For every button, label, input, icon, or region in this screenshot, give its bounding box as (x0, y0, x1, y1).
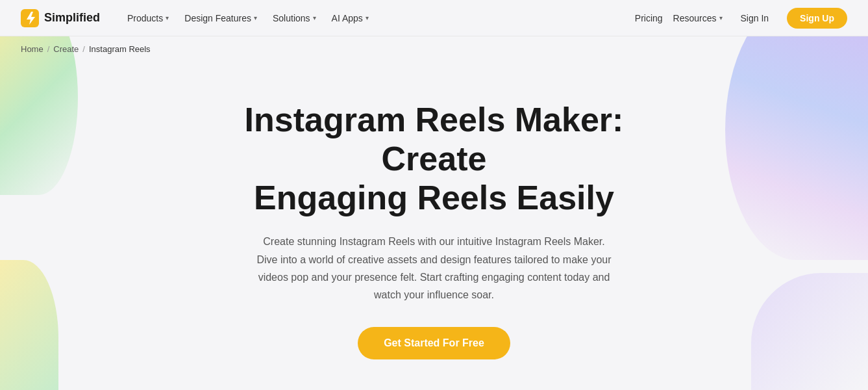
nav-label-ai-apps: AI Apps (332, 13, 363, 23)
hero-title-line1: Instagram Reels Maker: Create (245, 101, 624, 177)
navbar-right: Pricing Resources ▾ Sign In Sign Up (635, 8, 847, 29)
navbar: Simplified Products ▾ Design Features ▾ … (0, 0, 868, 36)
nav-item-design-features[interactable]: Design Features ▾ (178, 9, 264, 27)
signin-button[interactable]: Sign In (733, 9, 777, 27)
cta-button[interactable]: Get Started For Free (358, 327, 510, 359)
navbar-left: Simplified Products ▾ Design Features ▾ … (21, 9, 375, 27)
chevron-down-icon: ▾ (254, 14, 257, 21)
nav-item-pricing[interactable]: Pricing (635, 13, 663, 23)
hero-section: Instagram Reels Maker: Create Engaging R… (0, 62, 868, 385)
signup-button[interactable]: Sign Up (787, 8, 847, 29)
breadcrumb-create[interactable]: Create (53, 44, 79, 54)
nav-label-solutions: Solutions (273, 13, 310, 23)
nav-label-design-features: Design Features (184, 13, 251, 23)
breadcrumb-current: Instagram Reels (89, 44, 151, 54)
chevron-down-icon: ▾ (166, 14, 169, 21)
breadcrumb: Home / Create / Instagram Reels (0, 36, 868, 62)
lightning-icon (21, 9, 39, 27)
breadcrumb-sep-1: / (47, 44, 50, 54)
nav-label-resources: Resources (673, 13, 717, 23)
breadcrumb-home[interactable]: Home (21, 44, 43, 54)
nav-label-products: Products (127, 13, 163, 23)
breadcrumb-sep-2: / (82, 44, 85, 54)
nav-item-resources[interactable]: Resources ▾ (673, 13, 723, 23)
chevron-down-icon: ▾ (719, 14, 723, 21)
hero-title-line2: Engaging Reels Easily (254, 179, 614, 216)
chevron-down-icon: ▾ (313, 14, 316, 21)
chevron-down-icon: ▾ (366, 14, 369, 21)
nav-items-left: Products ▾ Design Features ▾ Solutions ▾… (121, 9, 375, 27)
logo-text: Simplified (44, 11, 100, 25)
logo[interactable]: Simplified (21, 9, 100, 27)
hero-description: Create stunning Instagram Reels with our… (253, 233, 616, 304)
nav-item-products[interactable]: Products ▾ (121, 9, 175, 27)
nav-item-ai-apps[interactable]: AI Apps ▾ (325, 9, 375, 27)
nav-item-solutions[interactable]: Solutions ▾ (266, 9, 323, 27)
hero-title: Instagram Reels Maker: Create Engaging R… (201, 101, 668, 217)
